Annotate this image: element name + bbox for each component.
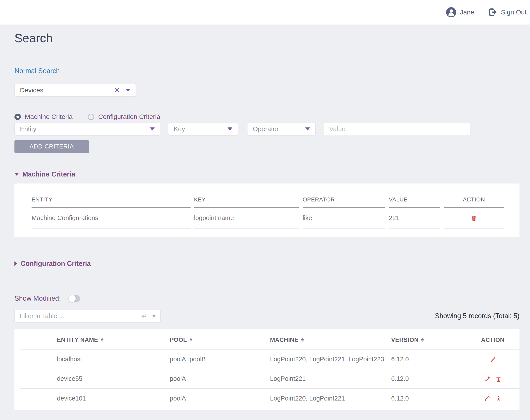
- criteria-header-row: ENTITY KEY OPERATOR VALUE ACTION: [31, 190, 504, 208]
- chevron-down-icon: [228, 128, 232, 130]
- sign-out-button[interactable]: Sign Out: [487, 7, 527, 17]
- table-row: localhost poolA, poolB LogPoint220, LogP…: [20, 349, 519, 369]
- main-content: Search Normal Search Devices ✕ Machine C…: [0, 30, 530, 410]
- show-modified-toggle[interactable]: [69, 295, 80, 302]
- add-criteria-button[interactable]: ADD CRITERIA: [15, 140, 89, 153]
- page: Jane Sign Out Search Normal Search Devic…: [0, 0, 530, 420]
- criteria-row: Machine Configurations logpoint name lik…: [31, 208, 504, 229]
- top-bar: Jane Sign Out: [0, 0, 530, 25]
- page-title: Search: [15, 30, 519, 46]
- trash-icon: [495, 395, 502, 402]
- sort-icon[interactable]: [190, 338, 192, 342]
- results-table-panel: ENTITY NAME POOL MACHINE VERSION: [15, 329, 519, 410]
- chevron-down-icon[interactable]: [125, 89, 130, 92]
- col-operator: OPERATOR: [303, 190, 385, 208]
- normal-search-link[interactable]: Normal Search: [15, 67, 60, 75]
- filter-box: [15, 310, 161, 322]
- operator-select[interactable]: Operator: [247, 123, 316, 135]
- key-select[interactable]: Key: [168, 123, 238, 135]
- collapse-open-icon: [15, 173, 19, 176]
- pencil-icon: [489, 356, 496, 363]
- machine-criteria-card: ENTITY KEY OPERATOR VALUE ACTION Machine…: [15, 184, 519, 237]
- cell-entity-name: localhost: [20, 349, 170, 369]
- pencil-icon: [484, 376, 491, 383]
- user-name: Jane: [460, 9, 474, 16]
- criteria-value: 221: [389, 208, 440, 229]
- delete-criteria-button[interactable]: [471, 215, 477, 222]
- filter-input[interactable]: [19, 313, 135, 320]
- col-entity-name[interactable]: ENTITY NAME: [20, 329, 170, 349]
- machine-criteria-radio[interactable]: Machine Criteria: [15, 113, 73, 120]
- criteria-rows: Machine Configurations logpoint name lik…: [31, 208, 504, 229]
- results-header-row: ENTITY NAME POOL MACHINE VERSION: [20, 329, 519, 349]
- enter-icon[interactable]: [140, 313, 147, 319]
- chevron-down-icon: [150, 128, 155, 130]
- radio-selected-icon: [15, 114, 21, 120]
- results-rows: localhost poolA, poolB LogPoint220, LogP…: [20, 349, 519, 408]
- cell-machine: LogPoint221: [270, 369, 391, 389]
- cell-version: 6.12.0: [391, 349, 466, 369]
- col-action: ACTION: [444, 190, 504, 208]
- trash-icon: [495, 376, 502, 383]
- chevron-down-icon: [305, 128, 310, 130]
- machine-criteria-section-toggle[interactable]: Machine Criteria: [15, 170, 519, 179]
- delete-row-button[interactable]: [495, 395, 502, 402]
- results-table: ENTITY NAME POOL MACHINE VERSION: [20, 329, 519, 408]
- cell-pool: poolA, poolB: [170, 349, 270, 369]
- cell-entity-name: device101: [20, 389, 170, 408]
- user-menu[interactable]: Jane: [446, 7, 474, 17]
- configuration-criteria-heading: Configuration Criteria: [21, 259, 91, 268]
- machine-criteria-table: ENTITY KEY OPERATOR VALUE ACTION Machine…: [28, 190, 508, 229]
- edit-row-button[interactable]: [489, 356, 496, 363]
- sign-out-label: Sign Out: [501, 9, 527, 16]
- value-input[interactable]: [324, 123, 471, 135]
- table-row: device55 poolA LogPoint221 6.12.0: [20, 369, 519, 389]
- trash-icon: [471, 215, 477, 222]
- criteria-operator: like: [303, 208, 385, 229]
- col-key: KEY: [194, 190, 299, 208]
- edit-row-button[interactable]: [484, 395, 491, 402]
- records-summary: Showing 5 records (Total: 5): [435, 312, 519, 320]
- cell-machine: LogPoint220, LogPoint221: [270, 389, 391, 408]
- sort-icon[interactable]: [421, 338, 424, 342]
- cell-entity-name: device55: [20, 369, 170, 389]
- sort-icon[interactable]: [101, 338, 103, 342]
- filter-dropdown-icon[interactable]: [152, 315, 156, 317]
- col-action: ACTION: [466, 329, 519, 349]
- cell-pool: poolA: [170, 389, 270, 408]
- col-entity: ENTITY: [31, 190, 191, 208]
- delete-row-button[interactable]: [495, 376, 502, 383]
- pencil-icon: [484, 395, 491, 402]
- toggle-knob: [69, 295, 76, 302]
- criteria-entity: Machine Configurations: [31, 208, 191, 229]
- configuration-criteria-radio[interactable]: Configuration Criteria: [88, 113, 160, 120]
- table-row: device101 poolA LogPoint220, LogPoint221…: [20, 389, 519, 408]
- sign-out-icon: [487, 7, 497, 17]
- col-pool[interactable]: POOL: [170, 329, 270, 349]
- edit-row-button[interactable]: [484, 376, 491, 383]
- col-value: VALUE: [389, 190, 440, 208]
- cell-machine: LogPoint220, LogPoint221, LogPoint223: [270, 349, 391, 369]
- criteria-form: Entity Key Operator: [15, 123, 519, 135]
- configuration-criteria-section-toggle[interactable]: Configuration Criteria: [15, 259, 519, 268]
- show-modified-row: Show Modified:: [15, 294, 519, 303]
- show-modified-label: Show Modified:: [15, 294, 61, 303]
- filter-row: Showing 5 records (Total: 5): [15, 310, 519, 322]
- cell-version: 6.12.0: [391, 389, 466, 408]
- machine-criteria-heading: Machine Criteria: [22, 170, 75, 179]
- col-machine[interactable]: MACHINE: [270, 329, 391, 349]
- entity-select[interactable]: Entity: [15, 123, 160, 135]
- radio-unselected-icon: [88, 114, 94, 120]
- clear-selection-icon[interactable]: ✕: [114, 87, 120, 94]
- col-version[interactable]: VERSION: [391, 329, 466, 349]
- cell-pool: poolA: [170, 369, 270, 389]
- user-avatar-icon: [446, 7, 456, 17]
- cell-version: 6.12.0: [391, 369, 466, 389]
- criteria-type-radios: Machine Criteria Configuration Criteria: [15, 113, 519, 121]
- sort-icon[interactable]: [301, 338, 304, 342]
- search-type-value: Devices: [20, 87, 114, 94]
- criteria-key: logpoint name: [194, 208, 299, 229]
- collapse-closed-icon: [15, 261, 17, 266]
- search-type-select[interactable]: Devices ✕: [15, 84, 136, 97]
